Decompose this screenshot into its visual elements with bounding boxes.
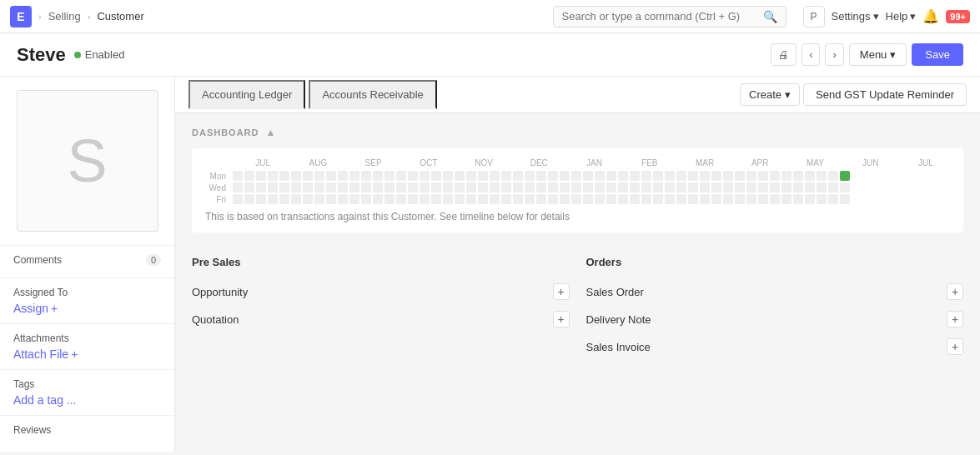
heatmap-cell [303,194,313,204]
heatmap-cell [805,182,815,192]
heatmap-cell [384,171,395,181]
heatmap-day-label: Mon [202,172,231,181]
user-avatar-badge[interactable]: P [803,6,825,28]
avatar: S [17,90,158,232]
heatmap-cell [758,194,768,204]
avatar-section: S [0,77,174,245]
save-button[interactable]: Save [912,43,963,66]
heatmap-cell [653,182,663,192]
heatmap-month-label: DEC [511,158,566,168]
heatmap-cell [443,171,453,181]
search-input[interactable] [562,10,758,22]
next-button[interactable]: › [825,43,843,66]
heatmap-cell [653,194,663,204]
orders-title: Orders [586,256,964,268]
heatmap-cell [817,171,827,181]
heatmap-cell [758,171,768,181]
pre-sales-section: Pre Sales Opportunity + Quotation + [192,256,570,361]
add-opportunity-button[interactable]: + [553,283,570,300]
heatmap-cell [455,171,465,181]
opportunity-label: Opportunity [192,286,248,298]
list-item: Sales Order + [586,278,964,306]
breadcrumb-chevron-2: › [88,12,91,22]
heatmap-cell [244,194,254,204]
add-tag-link[interactable]: Add a tag ... [13,393,161,407]
heatmap-cell [478,194,488,204]
heatmap-cell [349,171,359,181]
heatmap-cell [420,171,430,181]
heatmap-cell [665,194,675,204]
settings-chevron-icon: ▾ [873,10,879,22]
attach-file-link[interactable]: Attach File + [13,348,161,361]
comments-count: 0 [146,254,161,266]
heatmap-cell [770,171,780,181]
heatmap-cell [805,194,815,204]
assign-link[interactable]: Assign + [13,302,161,315]
help-menu[interactable]: Help ▾ [886,10,917,22]
heatmap-month-label: SEP [345,158,400,168]
page-header: Steve Enabled 🖨 ‹ › Menu ▾ Save [0,33,980,77]
heatmap-cell [466,182,476,192]
tab-accounting-ledger[interactable]: Accounting Ledger [188,80,305,109]
heatmap-month-label: AUG [290,158,345,168]
tab-accounts-receivable[interactable]: Accounts Receivable [309,80,436,109]
heatmap-cell [770,182,780,192]
heatmap-cell [373,182,383,192]
dashboard-collapse-icon[interactable]: ▲ [266,127,276,138]
heatmap-cell [478,171,488,181]
heatmap-cell [279,182,289,192]
heatmap-cell [408,194,418,204]
heatmap-cell [501,194,511,204]
add-sales-order-button[interactable]: + [947,283,963,300]
heatmap-month-label: MAY [787,158,842,168]
heatmap-cell [630,194,640,204]
comments-section: Comments 0 [0,245,174,278]
dashboard-header: DASHBOARD ▲ [192,127,963,138]
add-sales-invoice-button[interactable]: + [947,338,963,355]
breadcrumb-selling[interactable]: Selling [48,10,81,22]
heatmap-cell [361,182,371,192]
heatmap-cell [630,171,640,181]
create-button[interactable]: Create ▾ [740,83,800,106]
heatmap-cell [396,182,406,192]
dashboard-title: DASHBOARD [192,128,259,138]
notification-icon[interactable]: 🔔 [922,8,939,24]
heatmap-cell [525,171,535,181]
heatmap-cell [443,194,453,204]
heatmap-cell [314,171,324,181]
heatmap-cell [735,182,745,192]
add-quotation-button[interactable]: + [553,311,570,328]
heatmap-cell [233,182,243,192]
heatmap-cell [373,171,383,181]
delivery-note-label: Delivery Note [586,313,651,326]
settings-menu[interactable]: Settings ▾ [832,10,879,22]
print-button[interactable]: 🖨 [771,43,797,66]
heatmap-cell [466,171,476,181]
heatmap-cell [793,194,803,204]
heatmap-cell [746,171,756,181]
heatmap-cell [268,182,278,192]
heatmap-cell [746,194,756,204]
send-gst-button[interactable]: Send GST Update Reminder [803,83,967,106]
prev-button[interactable]: ‹ [802,43,820,66]
heatmap-cell [641,182,651,192]
add-delivery-note-button[interactable]: + [947,311,963,328]
heatmap-cell [746,182,756,192]
heatmap-day-label: Fri [202,195,231,204]
heatmap-cell [314,194,324,204]
heatmap-cell [688,171,698,181]
heatmap-cell [793,171,803,181]
heatmap-cell [723,194,733,204]
heatmap-cell [501,171,511,181]
heatmap-cell [303,171,313,181]
menu-button[interactable]: Menu ▾ [849,43,907,66]
heatmap-cell [560,171,570,181]
heatmap-cell [630,182,640,192]
heatmap-cell [781,171,792,181]
search-bar[interactable]: 🔍 [553,6,787,28]
heatmap-cell [840,171,850,181]
heatmap-cell [408,182,418,192]
tags-section: Tags Add a tag ... [0,369,174,415]
two-col-section: Pre Sales Opportunity + Quotation + Orde… [175,256,980,374]
heatmap-cell [781,194,792,204]
